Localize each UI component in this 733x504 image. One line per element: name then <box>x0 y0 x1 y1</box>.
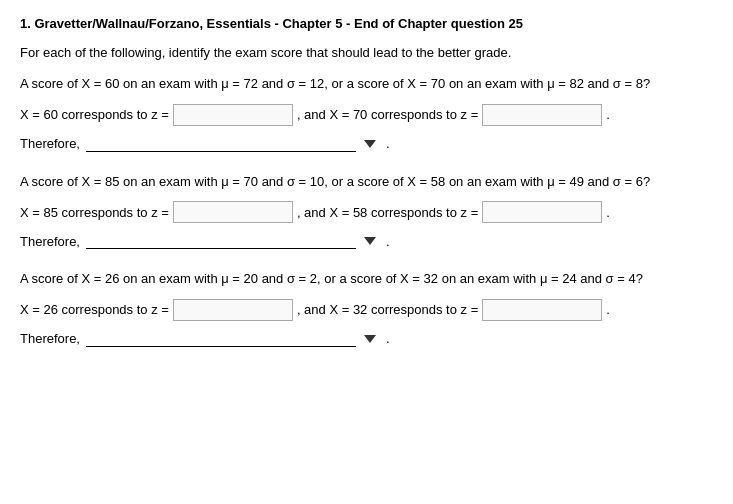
question-block-2: A score of X = 85 on an exam with μ = 70… <box>20 172 713 250</box>
therefore-dropdown-arrow-2[interactable] <box>364 237 376 245</box>
z2-input-3[interactable] <box>482 299 602 321</box>
z2-label-1: , and X = 70 corresponds to z = <box>297 107 478 122</box>
period-therefore-2: . <box>386 234 390 249</box>
question-text-1: A score of X = 60 on an exam with μ = 72… <box>20 74 713 94</box>
period-1: . <box>606 107 610 122</box>
question-block-1: A score of X = 60 on an exam with μ = 72… <box>20 74 713 152</box>
period-therefore-1: . <box>386 136 390 151</box>
instruction: For each of the following, identify the … <box>20 45 713 60</box>
z2-label-2: , and X = 58 corresponds to z = <box>297 205 478 220</box>
question-text-2: A score of X = 85 on an exam with μ = 70… <box>20 172 713 192</box>
z1-label-2: X = 85 corresponds to z = <box>20 205 169 220</box>
therefore-line-2 <box>86 233 356 249</box>
page-title: 1. Gravetter/Wallnau/Forzano, Essentials… <box>20 16 713 31</box>
z1-label-1: X = 60 corresponds to z = <box>20 107 169 122</box>
therefore-dropdown-arrow-1[interactable] <box>364 140 376 148</box>
z1-input-3[interactable] <box>173 299 293 321</box>
z1-input-1[interactable] <box>173 104 293 126</box>
question-block-3: A score of X = 26 on an exam with μ = 20… <box>20 269 713 347</box>
therefore-line-3 <box>86 331 356 347</box>
z2-input-2[interactable] <box>482 201 602 223</box>
period-2: . <box>606 205 610 220</box>
question-text-3: A score of X = 26 on an exam with μ = 20… <box>20 269 713 289</box>
therefore-label-2: Therefore, <box>20 234 80 249</box>
therefore-label-1: Therefore, <box>20 136 80 151</box>
period-3: . <box>606 302 610 317</box>
z2-input-1[interactable] <box>482 104 602 126</box>
therefore-dropdown-arrow-3[interactable] <box>364 335 376 343</box>
therefore-line-1 <box>86 136 356 152</box>
period-therefore-3: . <box>386 331 390 346</box>
therefore-label-3: Therefore, <box>20 331 80 346</box>
z1-input-2[interactable] <box>173 201 293 223</box>
z1-label-3: X = 26 corresponds to z = <box>20 302 169 317</box>
z2-label-3: , and X = 32 corresponds to z = <box>297 302 478 317</box>
